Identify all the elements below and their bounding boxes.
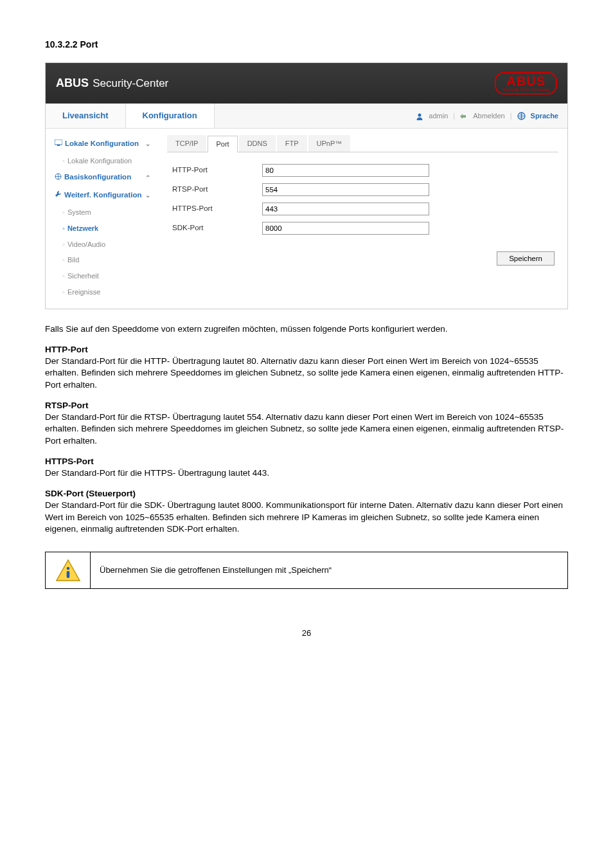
form-area: HTTP-Port RTSP-Port HTTPS-Port SDK-Port <box>167 152 558 246</box>
sidebar-item-netzwerk[interactable]: ◦Netzwerk <box>51 221 154 237</box>
doc-rtsp-title: RTSP-Port <box>45 400 568 411</box>
globe-icon <box>55 173 62 183</box>
doc-sdk-title: SDK-Port (Steuerport) <box>45 488 568 500</box>
page-number: 26 <box>45 628 568 639</box>
logout-link[interactable]: Abmelden <box>473 111 505 121</box>
input-sdk-port[interactable] <box>262 222 429 235</box>
sidebar-group-label: Lokale Konfiguration <box>65 140 139 147</box>
subtab-ftp[interactable]: FTP <box>277 135 307 152</box>
doc-text: Falls Sie auf den Speeddome von extern z… <box>45 323 568 535</box>
input-https-port[interactable] <box>262 203 429 215</box>
app-header: ABUS Security-Center ABUS Security Tech … <box>46 63 567 104</box>
sidebar-item-label: Ereignisse <box>67 288 100 296</box>
svg-point-5 <box>66 567 69 570</box>
section-title: 10.3.2.2 Port <box>45 39 568 51</box>
label-http-port: HTTP-Port <box>172 165 262 176</box>
sidebar: Lokale Konfiguration ⌄ ◦Lokale Konfigura… <box>46 129 158 309</box>
sidebar-item-sicherheit[interactable]: ◦Sicherheit <box>51 268 154 284</box>
subtab-tcpip[interactable]: TCP/IP <box>167 135 206 152</box>
logo: ABUS Security Tech Germany <box>495 72 557 95</box>
tab-konfiguration[interactable]: Konfiguration <box>126 104 215 128</box>
nav-row: Liveansicht Konfiguration admin | Abmeld… <box>46 104 567 129</box>
brand: ABUS Security-Center <box>56 75 168 91</box>
chevron-down-icon: ⌄ <box>145 191 150 200</box>
form-row-http: HTTP-Port <box>172 164 553 177</box>
separator: | <box>510 111 512 121</box>
info-icon-cell <box>46 552 91 588</box>
app-window: ABUS Security-Center ABUS Security Tech … <box>45 62 568 309</box>
language-link[interactable]: Sprache <box>531 111 558 121</box>
subtabs: TCP/IP Port DDNS FTP UPnP™ <box>167 135 558 152</box>
doc-sdk-body: Der Standard-Port für die SDK- Übertragu… <box>45 500 568 535</box>
sidebar-group-weiterf[interactable]: Weiterf. Konfiguration ⌄ <box>51 186 154 204</box>
sidebar-group-basis[interactable]: Basiskonfiguration ⌃ <box>51 168 154 186</box>
subtab-upnp[interactable]: UPnP™ <box>308 135 351 152</box>
user-icon <box>416 111 423 121</box>
doc-http-title: HTTP-Port <box>45 344 568 356</box>
sidebar-item-label: Sicherheit <box>67 272 99 280</box>
svg-point-0 <box>418 113 422 116</box>
wrench-icon <box>55 190 62 201</box>
label-https-port: HTTPS-Port <box>172 204 262 214</box>
info-text: Übernehmen Sie die getroffenen Einstellu… <box>91 552 567 588</box>
warning-info-icon <box>55 559 81 582</box>
user-label: admin <box>429 111 448 121</box>
form-row-rtsp: RTSP-Port <box>172 183 553 196</box>
app-body: Lokale Konfiguration ⌄ ◦Lokale Konfigura… <box>46 129 567 309</box>
doc-https-body: Der Standard-Port für die HTTPS- Übertra… <box>45 467 568 479</box>
sidebar-group-label: Basiskonfiguration <box>64 173 131 181</box>
input-rtsp-port[interactable] <box>262 183 429 196</box>
sidebar-item-videoaudio[interactable]: ◦Video/Audio <box>51 237 154 253</box>
svg-rect-2 <box>55 140 62 145</box>
logo-text: ABUS <box>502 75 549 87</box>
svg-rect-6 <box>66 571 69 578</box>
user-strip: admin | Abmelden | Sprache <box>407 104 567 128</box>
doc-intro: Falls Sie auf den Speeddome von extern z… <box>45 323 568 335</box>
logo-subtitle: Security Tech Germany <box>502 87 549 93</box>
sidebar-item-ereignisse[interactable]: ◦Ereignisse <box>51 284 154 300</box>
doc-https-title: HTTPS-Port <box>45 456 568 467</box>
doc-rtsp-body: Der Standard-Port für die RTSP- Übertrag… <box>45 411 568 447</box>
main-panel: TCP/IP Port DDNS FTP UPnP™ HTTP-Port RTS… <box>158 129 567 309</box>
nav-tabs: Liveansicht Konfiguration <box>46 104 215 128</box>
subtab-ddns[interactable]: DDNS <box>239 135 276 152</box>
logout-icon <box>460 111 468 121</box>
sidebar-item-bild[interactable]: ◦Bild <box>51 252 154 268</box>
chevron-down-icon: ⌄ <box>145 140 150 149</box>
sidebar-item-label: Bild <box>67 256 79 264</box>
sidebar-item-lokale-konfig[interactable]: ◦Lokale Konfiguration <box>51 153 154 169</box>
brand-subtitle: Security-Center <box>93 77 168 89</box>
sidebar-item-system[interactable]: ◦System <box>51 204 154 221</box>
brand-text: ABUS <box>56 77 89 89</box>
separator: | <box>453 111 455 121</box>
doc-http-body: Der Standard-Port für die HTTP- Übertrag… <box>45 356 568 391</box>
chevron-up-icon: ⌃ <box>145 174 150 183</box>
sidebar-item-label: Video/Audio <box>67 240 105 248</box>
sidebar-item-label: System <box>67 208 91 216</box>
subtab-port[interactable]: Port <box>208 136 237 152</box>
sidebar-item-label: Lokale Konfiguration <box>67 157 132 165</box>
sidebar-group-lokale[interactable]: Lokale Konfiguration ⌄ <box>51 135 154 153</box>
tab-liveansicht[interactable]: Liveansicht <box>46 104 126 128</box>
save-row: Speichern <box>167 246 558 275</box>
sidebar-group-label: Weiterf. Konfiguration <box>64 191 142 199</box>
input-http-port[interactable] <box>262 164 429 177</box>
form-row-sdk: SDK-Port <box>172 222 553 235</box>
label-rtsp-port: RTSP-Port <box>172 185 262 195</box>
label-sdk-port: SDK-Port <box>172 223 262 233</box>
save-button[interactable]: Speichern <box>497 251 555 266</box>
sidebar-item-label: Netzwerk <box>67 224 98 232</box>
globe-icon <box>517 111 526 121</box>
svg-rect-3 <box>57 145 60 146</box>
form-row-https: HTTPS-Port <box>172 203 553 215</box>
info-box: Übernehmen Sie die getroffenen Einstellu… <box>45 552 568 589</box>
screen-icon <box>55 139 62 149</box>
